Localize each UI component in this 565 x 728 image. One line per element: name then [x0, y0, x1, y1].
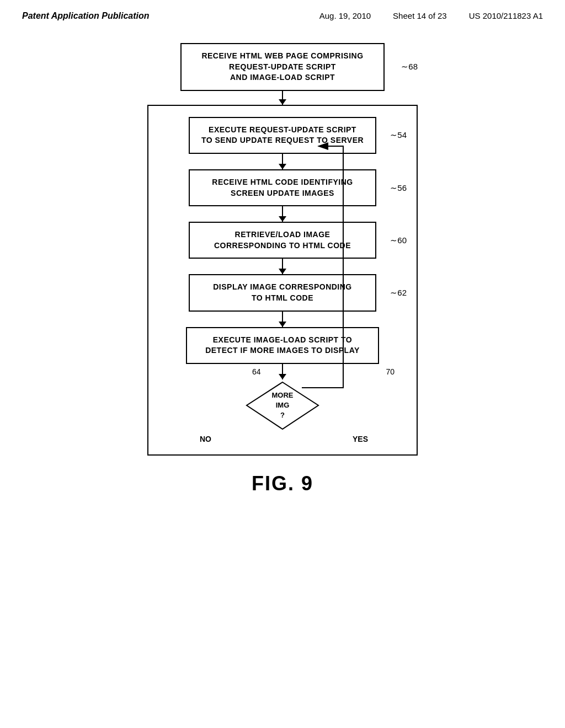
ref-56-label: ∼56: [390, 183, 407, 193]
node-execute-box: EXECUTE IMAGE-LOAD SCRIPT TODETECT IF MO…: [186, 327, 379, 364]
sheet-info: Sheet 14 of 23: [393, 11, 447, 20]
page: Patent Application Publication Aug. 19, …: [0, 0, 565, 728]
patent-number: US 2010/211823 A1: [469, 11, 543, 20]
header-info: Aug. 19, 2010 Sheet 14 of 23 US 2010/211…: [319, 11, 543, 20]
node-60-box: RETRIEVE/LOAD IMAGECORRESPONDING TO HTML…: [189, 222, 376, 259]
ref-54-label: ∼54: [390, 130, 407, 140]
diamond-text: MOREIMG?: [272, 390, 294, 421]
node-68-box: RECEIVE HTML WEB PAGE COMPRISINGREQUEST-…: [180, 43, 385, 91]
ref-68-label: ∼68: [401, 62, 418, 72]
pub-date: Aug. 19, 2010: [319, 11, 371, 20]
publication-label: Patent Application Publication: [22, 11, 150, 21]
ref-70-label: 70: [386, 367, 395, 376]
node-54-label: EXECUTE REQUEST-UPDATE SCRIPTTO SEND UPD…: [201, 125, 364, 145]
node-62-box: DISPLAY IMAGE CORRESPONDINGTO HTML CODE: [189, 274, 376, 311]
ref-62-label: ∼62: [390, 288, 407, 298]
yes-label: YES: [353, 435, 368, 443]
ref-64-label: 64: [252, 367, 261, 376]
node-56-box: RECEIVE HTML CODE IDENTIFYINGSCREEN UPDA…: [189, 169, 376, 206]
no-label: NO: [200, 435, 211, 443]
node-execute-label: EXECUTE IMAGE-LOAD SCRIPT TODETECT IF MO…: [205, 335, 360, 355]
node-68-label: RECEIVE HTML WEB PAGE COMPRISINGREQUEST-…: [201, 51, 363, 82]
figure-label: FIG. 9: [252, 472, 313, 495]
diagram-container: RECEIVE HTML WEB PAGE COMPRISINGREQUEST-…: [22, 43, 543, 495]
ref-60-label: ∼60: [390, 235, 407, 245]
node-60-label: RETRIEVE/LOAD IMAGECORRESPONDING TO HTML…: [214, 230, 351, 250]
page-header: Patent Application Publication Aug. 19, …: [22, 11, 543, 26]
node-56-label: RECEIVE HTML CODE IDENTIFYINGSCREEN UPDA…: [212, 178, 353, 197]
node-62-label: DISPLAY IMAGE CORRESPONDINGTO HTML CODE: [213, 282, 352, 302]
node-54-box: EXECUTE REQUEST-UPDATE SCRIPTTO SEND UPD…: [189, 117, 376, 154]
